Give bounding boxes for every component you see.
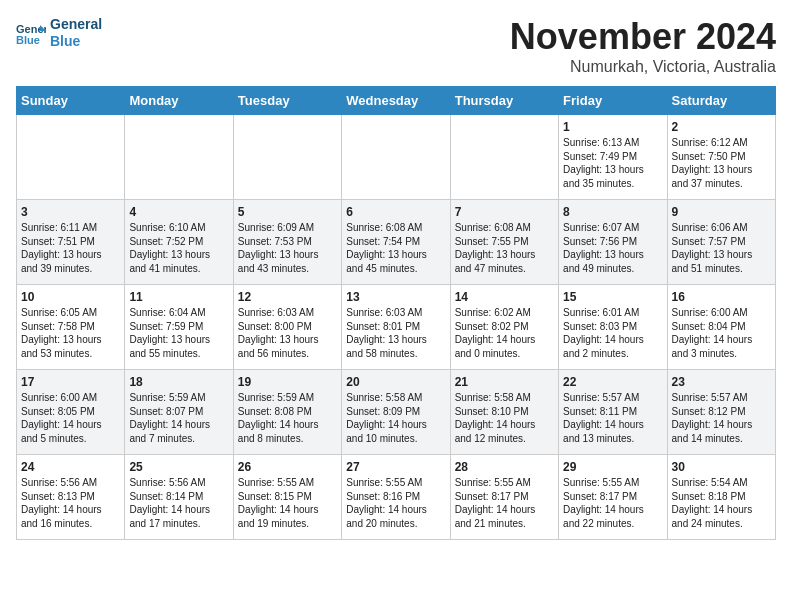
week-row-3: 10Sunrise: 6:05 AM Sunset: 7:58 PM Dayli… xyxy=(17,285,776,370)
cell-content: Sunrise: 6:00 AM Sunset: 8:05 PM Dayligh… xyxy=(21,391,120,445)
calendar-cell: 7Sunrise: 6:08 AM Sunset: 7:55 PM Daylig… xyxy=(450,200,558,285)
day-number: 19 xyxy=(238,375,337,389)
cell-content: Sunrise: 6:08 AM Sunset: 7:54 PM Dayligh… xyxy=(346,221,445,275)
header-sunday: Sunday xyxy=(17,87,125,115)
cell-content: Sunrise: 5:55 AM Sunset: 8:15 PM Dayligh… xyxy=(238,476,337,530)
cell-content: Sunrise: 5:56 AM Sunset: 8:13 PM Dayligh… xyxy=(21,476,120,530)
header-saturday: Saturday xyxy=(667,87,775,115)
title-area: November 2024 Numurkah, Victoria, Austra… xyxy=(510,16,776,76)
cell-content: Sunrise: 5:54 AM Sunset: 8:18 PM Dayligh… xyxy=(672,476,771,530)
cell-content: Sunrise: 6:01 AM Sunset: 8:03 PM Dayligh… xyxy=(563,306,662,360)
calendar-cell: 24Sunrise: 5:56 AM Sunset: 8:13 PM Dayli… xyxy=(17,455,125,540)
cell-content: Sunrise: 6:03 AM Sunset: 8:00 PM Dayligh… xyxy=(238,306,337,360)
day-number: 10 xyxy=(21,290,120,304)
subtitle: Numurkah, Victoria, Australia xyxy=(510,58,776,76)
week-row-4: 17Sunrise: 6:00 AM Sunset: 8:05 PM Dayli… xyxy=(17,370,776,455)
cell-content: Sunrise: 5:59 AM Sunset: 8:07 PM Dayligh… xyxy=(129,391,228,445)
day-number: 12 xyxy=(238,290,337,304)
cell-content: Sunrise: 6:13 AM Sunset: 7:49 PM Dayligh… xyxy=(563,136,662,190)
calendar-cell xyxy=(17,115,125,200)
day-number: 29 xyxy=(563,460,662,474)
day-number: 9 xyxy=(672,205,771,219)
day-number: 4 xyxy=(129,205,228,219)
day-number: 1 xyxy=(563,120,662,134)
calendar-cell: 8Sunrise: 6:07 AM Sunset: 7:56 PM Daylig… xyxy=(559,200,667,285)
calendar-cell: 20Sunrise: 5:58 AM Sunset: 8:09 PM Dayli… xyxy=(342,370,450,455)
day-number: 22 xyxy=(563,375,662,389)
calendar-cell: 21Sunrise: 5:58 AM Sunset: 8:10 PM Dayli… xyxy=(450,370,558,455)
day-number: 30 xyxy=(672,460,771,474)
week-row-1: 1Sunrise: 6:13 AM Sunset: 7:49 PM Daylig… xyxy=(17,115,776,200)
day-number: 5 xyxy=(238,205,337,219)
calendar-cell: 23Sunrise: 5:57 AM Sunset: 8:12 PM Dayli… xyxy=(667,370,775,455)
cell-content: Sunrise: 5:57 AM Sunset: 8:11 PM Dayligh… xyxy=(563,391,662,445)
cell-content: Sunrise: 6:05 AM Sunset: 7:58 PM Dayligh… xyxy=(21,306,120,360)
day-number: 20 xyxy=(346,375,445,389)
calendar-cell: 13Sunrise: 6:03 AM Sunset: 8:01 PM Dayli… xyxy=(342,285,450,370)
cell-content: Sunrise: 5:59 AM Sunset: 8:08 PM Dayligh… xyxy=(238,391,337,445)
calendar-cell: 29Sunrise: 5:55 AM Sunset: 8:17 PM Dayli… xyxy=(559,455,667,540)
calendar-cell xyxy=(233,115,341,200)
weekday-header-row: SundayMondayTuesdayWednesdayThursdayFrid… xyxy=(17,87,776,115)
day-number: 8 xyxy=(563,205,662,219)
calendar-cell: 25Sunrise: 5:56 AM Sunset: 8:14 PM Dayli… xyxy=(125,455,233,540)
cell-content: Sunrise: 5:58 AM Sunset: 8:10 PM Dayligh… xyxy=(455,391,554,445)
day-number: 18 xyxy=(129,375,228,389)
calendar-cell xyxy=(125,115,233,200)
day-number: 16 xyxy=(672,290,771,304)
calendar-cell: 3Sunrise: 6:11 AM Sunset: 7:51 PM Daylig… xyxy=(17,200,125,285)
logo-icon: General Blue xyxy=(16,21,46,45)
cell-content: Sunrise: 6:03 AM Sunset: 8:01 PM Dayligh… xyxy=(346,306,445,360)
calendar-cell: 18Sunrise: 5:59 AM Sunset: 8:07 PM Dayli… xyxy=(125,370,233,455)
cell-content: Sunrise: 5:55 AM Sunset: 8:17 PM Dayligh… xyxy=(563,476,662,530)
week-row-5: 24Sunrise: 5:56 AM Sunset: 8:13 PM Dayli… xyxy=(17,455,776,540)
cell-content: Sunrise: 6:06 AM Sunset: 7:57 PM Dayligh… xyxy=(672,221,771,275)
calendar-cell: 4Sunrise: 6:10 AM Sunset: 7:52 PM Daylig… xyxy=(125,200,233,285)
cell-content: Sunrise: 6:02 AM Sunset: 8:02 PM Dayligh… xyxy=(455,306,554,360)
calendar-cell: 6Sunrise: 6:08 AM Sunset: 7:54 PM Daylig… xyxy=(342,200,450,285)
calendar-cell xyxy=(342,115,450,200)
cell-content: Sunrise: 6:07 AM Sunset: 7:56 PM Dayligh… xyxy=(563,221,662,275)
header-friday: Friday xyxy=(559,87,667,115)
calendar-cell: 19Sunrise: 5:59 AM Sunset: 8:08 PM Dayli… xyxy=(233,370,341,455)
calendar-table: SundayMondayTuesdayWednesdayThursdayFrid… xyxy=(16,86,776,540)
calendar-cell: 28Sunrise: 5:55 AM Sunset: 8:17 PM Dayli… xyxy=(450,455,558,540)
svg-text:Blue: Blue xyxy=(16,34,40,45)
cell-content: Sunrise: 6:11 AM Sunset: 7:51 PM Dayligh… xyxy=(21,221,120,275)
calendar-cell: 12Sunrise: 6:03 AM Sunset: 8:00 PM Dayli… xyxy=(233,285,341,370)
day-number: 27 xyxy=(346,460,445,474)
cell-content: Sunrise: 5:55 AM Sunset: 8:16 PM Dayligh… xyxy=(346,476,445,530)
main-title: November 2024 xyxy=(510,16,776,58)
calendar-cell: 16Sunrise: 6:00 AM Sunset: 8:04 PM Dayli… xyxy=(667,285,775,370)
day-number: 6 xyxy=(346,205,445,219)
header-thursday: Thursday xyxy=(450,87,558,115)
header-tuesday: Tuesday xyxy=(233,87,341,115)
logo: General Blue General Blue xyxy=(16,16,102,50)
calendar-cell: 17Sunrise: 6:00 AM Sunset: 8:05 PM Dayli… xyxy=(17,370,125,455)
cell-content: Sunrise: 5:57 AM Sunset: 8:12 PM Dayligh… xyxy=(672,391,771,445)
day-number: 15 xyxy=(563,290,662,304)
header-wednesday: Wednesday xyxy=(342,87,450,115)
cell-content: Sunrise: 6:08 AM Sunset: 7:55 PM Dayligh… xyxy=(455,221,554,275)
cell-content: Sunrise: 6:04 AM Sunset: 7:59 PM Dayligh… xyxy=(129,306,228,360)
calendar-cell xyxy=(450,115,558,200)
calendar-cell: 11Sunrise: 6:04 AM Sunset: 7:59 PM Dayli… xyxy=(125,285,233,370)
cell-content: Sunrise: 6:10 AM Sunset: 7:52 PM Dayligh… xyxy=(129,221,228,275)
day-number: 14 xyxy=(455,290,554,304)
day-number: 11 xyxy=(129,290,228,304)
day-number: 17 xyxy=(21,375,120,389)
logo-line1: General xyxy=(50,16,102,33)
calendar-cell: 9Sunrise: 6:06 AM Sunset: 7:57 PM Daylig… xyxy=(667,200,775,285)
calendar-cell: 2Sunrise: 6:12 AM Sunset: 7:50 PM Daylig… xyxy=(667,115,775,200)
cell-content: Sunrise: 5:58 AM Sunset: 8:09 PM Dayligh… xyxy=(346,391,445,445)
calendar-cell: 15Sunrise: 6:01 AM Sunset: 8:03 PM Dayli… xyxy=(559,285,667,370)
calendar-cell: 27Sunrise: 5:55 AM Sunset: 8:16 PM Dayli… xyxy=(342,455,450,540)
logo-line2: Blue xyxy=(50,33,102,50)
calendar-cell: 5Sunrise: 6:09 AM Sunset: 7:53 PM Daylig… xyxy=(233,200,341,285)
calendar-cell: 26Sunrise: 5:55 AM Sunset: 8:15 PM Dayli… xyxy=(233,455,341,540)
header-monday: Monday xyxy=(125,87,233,115)
cell-content: Sunrise: 6:12 AM Sunset: 7:50 PM Dayligh… xyxy=(672,136,771,190)
calendar-cell: 14Sunrise: 6:02 AM Sunset: 8:02 PM Dayli… xyxy=(450,285,558,370)
day-number: 2 xyxy=(672,120,771,134)
day-number: 23 xyxy=(672,375,771,389)
